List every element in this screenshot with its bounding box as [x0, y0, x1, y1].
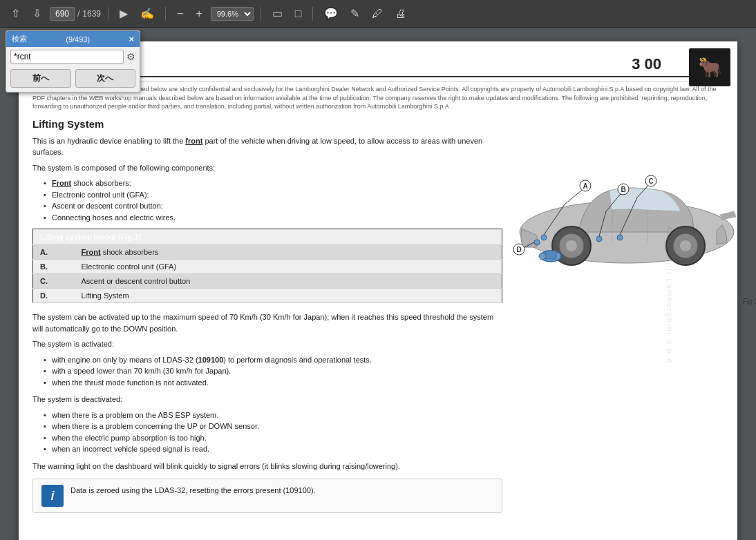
list-item: when there is a problem concerning the U…	[44, 421, 502, 432]
separator-2	[165, 7, 166, 21]
list-item: with a speed lower than 70 km/h (30 km/h…	[44, 365, 502, 377]
table-row: C. Ascent or descent control button	[33, 274, 502, 289]
front-highlight: front	[185, 137, 202, 145]
table-cell-label: A.	[33, 245, 75, 260]
search-result-info: (9/493)	[66, 35, 90, 44]
table-cell-label: C.	[33, 274, 75, 289]
svg-text:B: B	[621, 186, 625, 193]
bull-icon: 🐂	[698, 56, 722, 79]
zoom-control: 99.6% 50% 75% 100% 125% 150%	[211, 7, 254, 21]
warning-text: The warning light on the dashboard will …	[32, 461, 502, 472]
search-title: 検索	[12, 34, 27, 44]
components-intro: The system is composed of the following …	[32, 162, 502, 174]
lifting-layout-table: Lifting system layout (Fig.1) A. Front s…	[32, 229, 502, 303]
svg-point-3	[566, 240, 577, 251]
header-code: 3 00	[632, 55, 661, 73]
intro-paragraph: This is an hydraulic device enabling to …	[32, 135, 502, 158]
total-pages: 1639	[82, 9, 101, 19]
select-tool-button[interactable]: □	[291, 5, 306, 23]
svg-point-14	[596, 236, 602, 242]
deactivation-label: The system is deactivated:	[32, 394, 502, 405]
search-prev-button[interactable]: 前へ	[10, 69, 71, 88]
table-row: D. Lifting System	[33, 289, 502, 303]
zoom-level-select[interactable]: 99.6% 50% 75% 100% 125% 150%	[211, 7, 254, 21]
deactivation-list: when there is a problem on the ABS ESP s…	[32, 409, 502, 455]
table-header: Lifting system layout (Fig.1)	[33, 229, 502, 245]
text-content: This is an hydraulic device enabling to …	[32, 135, 502, 514]
table-cell-desc: Front shock absorbers	[75, 245, 502, 260]
toolbar: ⇧ ⇩ 690 / 1639 ▶ ✍ − + 99.6% 50% 75% 100…	[0, 0, 756, 28]
zoom-out-button[interactable]: −	[173, 5, 187, 23]
table-cell-label: B.	[33, 260, 75, 274]
diagram-area: A B C D	[509, 135, 756, 514]
list-item: when the electric pump absorption is too…	[44, 432, 502, 444]
zoom-in-button[interactable]: +	[191, 5, 206, 23]
svg-text:D: D	[516, 246, 521, 253]
search-input-row: ⚙	[6, 47, 140, 66]
table-row: B. Electronic control unit (GFA)	[33, 260, 502, 274]
search-panel: 検索 (9/493) × ⚙ 前へ 次へ	[6, 30, 140, 93]
separator-1	[108, 7, 108, 21]
pen-button[interactable]: ✎	[346, 4, 363, 23]
search-settings-button[interactable]: ⚙	[126, 51, 135, 62]
table-cell-desc: Electronic control unit (GFA)	[75, 260, 502, 274]
list-item: Electronic control unit (GFA):	[44, 189, 502, 201]
content-area: This is an hydraulic device enabling to …	[32, 135, 717, 514]
section-heading: Lifting System	[32, 118, 717, 130]
search-close-button[interactable]: ×	[129, 35, 134, 44]
info-note-text: Data is zeroed using the LDAS-32, resett…	[70, 485, 316, 496]
next-page-button[interactable]: ⇩	[28, 4, 46, 23]
svg-rect-29	[545, 251, 556, 259]
svg-text:C: C	[648, 177, 653, 185]
viewer-area[interactable]: 🐂 Automobili Lamborghini S.p.A. 3 00 The…	[0, 28, 756, 540]
comment-button[interactable]: 💬	[320, 4, 342, 23]
pdf-page: 🐂 Automobili Lamborghini S.p.A. 3 00 The…	[19, 41, 737, 540]
svg-point-30	[539, 253, 546, 260]
table-cell-desc: Lifting System	[75, 289, 502, 303]
fit-page-button[interactable]: ▭	[268, 4, 287, 23]
page-number-input[interactable]: 690	[50, 7, 75, 21]
info-box: i Data is zeroed using the LDAS-32, rese…	[32, 479, 502, 513]
hand-tool-button[interactable]: ✍	[136, 4, 158, 23]
page-separator: /	[77, 9, 79, 19]
search-input[interactable]	[10, 50, 124, 64]
lamborghini-logo: 🐂	[689, 48, 730, 86]
search-header: 検索 (9/493) ×	[6, 31, 140, 47]
search-buttons: 前へ 次へ	[6, 66, 140, 92]
list-item: Ascent or descent control button:	[44, 200, 502, 212]
svg-point-24	[534, 240, 540, 245]
car-diagram-svg: A B C D	[509, 135, 744, 294]
table-row: A. Front shock absorbers	[33, 245, 502, 260]
components-list: Front shock absorbers: Electronic contro…	[32, 177, 502, 223]
separator-3	[261, 7, 261, 21]
svg-text:A: A	[583, 182, 587, 190]
fig-label: Fig 1	[509, 298, 756, 305]
separator-4	[312, 7, 313, 21]
list-item: with engine on only by means of LDAS-32 …	[44, 354, 502, 366]
table-cell-label: D.	[33, 289, 75, 303]
activation-intro: The system can be activated up to the ma…	[32, 311, 502, 334]
page-navigation: 690 / 1639	[50, 7, 101, 21]
list-item: Connecting hoses and electric wires.	[44, 212, 502, 224]
cursor-tool-button[interactable]: ▶	[115, 4, 132, 23]
search-next-button[interactable]: 次へ	[75, 69, 136, 88]
list-item: when the thrust mode function is not act…	[44, 377, 502, 389]
print-button[interactable]: 🖨	[391, 5, 410, 23]
svg-point-6	[680, 240, 691, 251]
table-cell-desc: Ascent or descent control button	[75, 274, 502, 289]
info-icon: i	[41, 485, 64, 507]
prev-page-button[interactable]: ⇧	[7, 4, 24, 23]
activation-label: The system is activated:	[32, 338, 502, 350]
svg-point-9	[541, 235, 547, 240]
list-item: when an incorrect vehicle speed signal i…	[44, 443, 502, 455]
highlight-button[interactable]: 🖊	[368, 5, 387, 23]
list-item: Front shock absorbers:	[44, 177, 502, 189]
svg-point-19	[617, 235, 623, 240]
activation-list: with engine on only by means of LDAS-32 …	[32, 354, 502, 389]
list-item: when there is a problem on the ABS ESP s…	[44, 409, 502, 421]
